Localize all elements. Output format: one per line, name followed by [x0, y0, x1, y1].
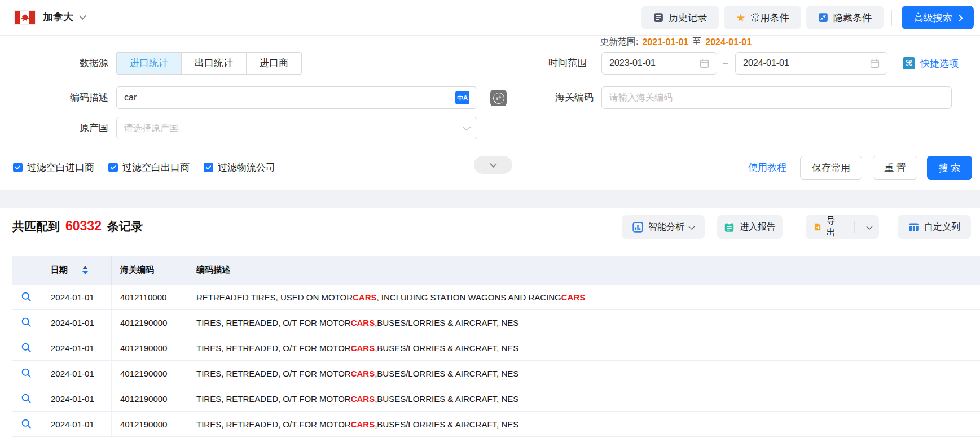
update-range-to-word: 至 — [692, 36, 701, 48]
cell-description: TIRES, RETREADED, O/T FOR MOTOR CARS,BUS… — [188, 335, 980, 360]
command-icon: ⌘ — [903, 57, 915, 69]
hide-conditions-button[interactable]: 隐藏条件 — [806, 6, 884, 29]
cell-hs-code: 4012190000 — [112, 412, 188, 436]
table-header: 日期 海关编码 编码描述 — [12, 256, 980, 285]
origin-country-placeholder: 请选择原产国 — [124, 123, 178, 134]
checkbox-label: 过滤空白进口商 — [27, 161, 94, 174]
sort-icon[interactable] — [82, 266, 88, 274]
reset-button[interactable]: 重 置 — [873, 156, 917, 180]
checkbox-filter-blank-importer[interactable]: 过滤空白进口商 — [13, 161, 94, 174]
chevron-down-icon — [866, 223, 872, 229]
smart-analysis-button[interactable]: 智能分析 — [622, 215, 705, 239]
code-description-label: 编码描述 — [0, 86, 108, 109]
cell-hs-code: 4012190000 — [112, 361, 188, 386]
data-source-label: 数据源 — [0, 52, 108, 75]
checkbox-label: 过滤空白出口商 — [122, 161, 190, 174]
hide-conditions-label: 隐藏条件 — [833, 11, 872, 24]
columns-icon — [908, 222, 919, 233]
magnifier-icon[interactable] — [12, 361, 41, 386]
header-date[interactable]: 日期 — [41, 256, 112, 285]
cell-description: TIRES, RETREADED, O/T FOR MOTOR CARS,BUS… — [188, 310, 980, 335]
code-description-field[interactable]: 中A — [116, 86, 477, 109]
divider — [891, 10, 892, 26]
cell-date: 2024-01-01 — [41, 285, 112, 309]
magnifier-icon[interactable] — [12, 412, 41, 436]
header-hs-code[interactable]: 海关编码 — [112, 256, 188, 285]
checkbox-checked-icon — [13, 163, 23, 172]
smart-analysis-label: 智能分析 — [648, 221, 684, 233]
canada-flag-icon — [14, 10, 36, 25]
save-common-button[interactable]: 保存常用 — [800, 156, 862, 180]
enter-report-label: 进入报告 — [740, 221, 776, 233]
cell-date: 2024-01-01 — [41, 412, 112, 436]
table-body: 2024-01-014012110000RETREADED TIRES, USE… — [12, 285, 980, 437]
tutorial-link[interactable]: 使用教程 — [748, 156, 786, 180]
magnifier-icon[interactable] — [12, 285, 41, 309]
results-summary: 共匹配到 60332 条记录 — [12, 218, 143, 234]
history-label: 历史记录 — [669, 11, 707, 24]
cell-description: TIRES, RETREADED, O/T FOR MOTOR CARS,BUS… — [188, 386, 980, 411]
favorites-label: 常用条件 — [751, 11, 789, 24]
star-icon: ★ — [736, 12, 745, 23]
cell-hs-code: 4012190000 — [112, 335, 188, 360]
magnifier-icon[interactable] — [12, 310, 41, 335]
start-date-input[interactable] — [609, 58, 695, 68]
checkbox-filter-logistics[interactable]: 过滤物流公司 — [204, 161, 275, 174]
hs-code-input[interactable] — [609, 93, 944, 103]
table-row: 2024-01-014012190000TIRES, RETREADED, O/… — [12, 361, 980, 386]
magnifier-icon[interactable] — [12, 386, 41, 411]
origin-country-label: 原产国 — [0, 117, 108, 139]
tab-export-statistics[interactable]: 出口统计 — [181, 52, 247, 75]
translate-icon[interactable]: 中A — [455, 91, 469, 104]
custom-columns-label: 自定义列 — [924, 221, 960, 233]
table-row: 2024-01-014012190000TIRES, RETREADED, O/… — [12, 310, 980, 335]
summary-suffix: 条记录 — [107, 218, 143, 234]
hs-code-field[interactable] — [601, 86, 952, 109]
end-date-input[interactable] — [743, 58, 865, 68]
export-dropdown-button[interactable] — [860, 215, 879, 239]
start-date-field[interactable] — [601, 52, 717, 75]
cell-date: 2024-01-01 — [41, 335, 112, 360]
export-label: 导出 — [827, 215, 842, 239]
chevron-down-icon — [490, 160, 497, 168]
hs-code-label: 海关编码 — [485, 86, 594, 109]
chevron-down-icon[interactable] — [79, 12, 86, 20]
cell-date: 2024-01-01 — [41, 386, 112, 411]
history-button[interactable]: 历史记录 — [641, 6, 719, 29]
export-button: 导出 — [806, 215, 879, 239]
quick-options-link[interactable]: ⌘ 快捷选项 — [903, 52, 959, 75]
checkbox-checked-icon — [108, 163, 118, 172]
search-button[interactable]: 搜 索 — [927, 156, 972, 180]
tab-importers[interactable]: 进口商 — [246, 52, 302, 75]
update-range-to: 2024-01-01 — [705, 37, 752, 47]
header-description[interactable]: 编码描述 — [188, 256, 980, 285]
chevron-down-icon — [688, 223, 695, 229]
advanced-search-button[interactable]: 高级搜索 — [902, 6, 974, 29]
export-main-button[interactable]: 导出 — [806, 215, 849, 239]
cell-hs-code: 4012190000 — [112, 386, 188, 411]
collapse-icon — [818, 12, 828, 23]
checkbox-checked-icon — [204, 163, 213, 172]
checkbox-filter-blank-exporter[interactable]: 过滤空白出口商 — [108, 161, 190, 174]
divider — [854, 221, 855, 233]
favorites-button[interactable]: ★ 常用条件 — [724, 6, 801, 29]
cell-date: 2024-01-01 — [41, 361, 112, 386]
tab-import-statistics[interactable]: 进口统计 — [116, 52, 182, 75]
magnifier-icon[interactable] — [12, 335, 41, 360]
cell-date: 2024-01-01 — [41, 310, 112, 335]
enter-report-button[interactable]: 进入报告 — [717, 215, 783, 239]
cell-description: TIRES, RETREADED, O/T FOR MOTOR CARS,BUS… — [188, 361, 980, 386]
header-hs-code-label: 海关编码 — [120, 265, 154, 276]
cell-hs-code: 4012110000 — [112, 285, 188, 309]
results-count: 60332 — [65, 218, 102, 234]
summary-prefix: 共匹配到 — [12, 218, 60, 234]
update-range-label: 更新范围: — [600, 36, 638, 48]
origin-country-select[interactable]: 请选择原产国 — [116, 117, 477, 139]
code-description-input[interactable] — [124, 93, 451, 103]
export-icon — [813, 222, 822, 232]
end-date-field[interactable] — [735, 52, 887, 75]
country-selector[interactable]: 加拿大 — [43, 10, 73, 24]
collapse-form-toggle[interactable] — [474, 156, 512, 174]
custom-columns-button[interactable]: 自定义列 — [898, 215, 971, 239]
results-table: 日期 海关编码 编码描述 2024-01-014012110000RETREAD… — [12, 256, 980, 437]
